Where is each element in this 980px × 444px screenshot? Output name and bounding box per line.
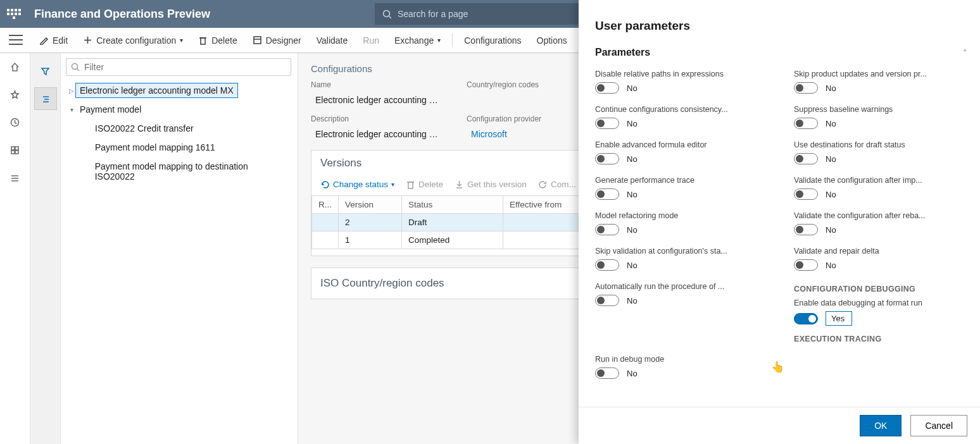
plus-icon	[83, 35, 92, 45]
toggle[interactable]	[595, 259, 619, 271]
filter-tool-icon[interactable]	[34, 59, 57, 82]
designer-button[interactable]: Designer	[245, 33, 309, 48]
favorites-icon[interactable]	[10, 90, 20, 102]
cell-r	[312, 214, 339, 231]
edit-label: Edit	[53, 35, 68, 46]
param-label: Validate the configuration after imp...	[794, 176, 967, 185]
home-icon[interactable]	[10, 62, 20, 75]
parameters-grid: Disable relative paths in expressions No…	[595, 70, 967, 379]
col-status[interactable]: Status	[402, 196, 503, 214]
collapse-icon[interactable]: ˄	[963, 48, 967, 58]
tree-item-payment-model[interactable]: ▾ Payment model	[66, 100, 291, 119]
vertical-toolbar	[30, 53, 61, 444]
toggle[interactable]	[794, 82, 818, 94]
delete-label: Delete	[211, 35, 237, 46]
toggle[interactable]	[595, 118, 619, 129]
workspaces-icon[interactable]	[10, 145, 20, 158]
toggle-value: No	[826, 190, 836, 199]
cell-status: Draft	[402, 214, 503, 231]
left-rail	[0, 53, 30, 444]
options-link[interactable]: Options	[529, 33, 575, 48]
svg-rect-11	[11, 151, 15, 154]
subheading-config-debugging: CONFIGURATION DEBUGGING Enable data debu…	[794, 282, 967, 343]
toggle-value: No	[627, 369, 638, 378]
ok-button[interactable]: OK	[860, 415, 901, 436]
complete-button[interactable]: Com...	[538, 180, 576, 189]
toggle[interactable]	[595, 367, 619, 379]
svg-line-1	[389, 16, 391, 18]
run-label: Run	[363, 35, 379, 46]
param-run-in-debug: Run in debug mode No	[595, 355, 769, 379]
filter-input[interactable]	[66, 58, 291, 76]
tree-item-mapping-1611[interactable]: Payment model mapping 1611	[81, 138, 291, 157]
configurations-link[interactable]: Configurations	[456, 33, 529, 48]
toggle-value: No	[627, 225, 638, 235]
param-continue-consistency: Continue configurations consistency... N…	[595, 105, 769, 129]
trash-icon	[198, 35, 208, 45]
tree-tool-icon[interactable]	[34, 87, 57, 110]
param-model-refactoring: Model refactoring mode No	[595, 211, 769, 235]
cell-r	[312, 231, 339, 249]
tree-item-iso20022-credit[interactable]: ISO20022 Credit transfer	[81, 119, 291, 138]
configurations-label: Configurations	[464, 35, 521, 46]
create-configuration-button[interactable]: Create configuration ▾	[75, 33, 191, 48]
search-icon	[382, 9, 391, 19]
toggle-value: No	[627, 83, 638, 93]
toggle-enable-debugging[interactable]	[794, 313, 818, 324]
version-delete-button[interactable]: Delete	[406, 180, 443, 189]
global-search[interactable]	[375, 3, 590, 25]
col-r[interactable]: R...	[312, 196, 339, 214]
exchange-button[interactable]: Exchange ▾	[387, 33, 448, 48]
param-label: Automatically run the procedure of ...	[595, 282, 769, 291]
expand-icon[interactable]: ▷	[67, 87, 76, 94]
param-label: Skip validation at configuration's sta..…	[595, 247, 769, 256]
name-label: Name	[311, 80, 444, 89]
tree-item-label: Payment model mapping 1611	[91, 140, 219, 154]
description-value[interactable]: Electronic ledger accounting m...	[311, 126, 444, 142]
global-search-input[interactable]	[398, 9, 582, 19]
toggle[interactable]	[595, 153, 619, 164]
edit-button[interactable]: Edit	[32, 33, 75, 48]
svg-rect-21	[408, 182, 413, 188]
col-version[interactable]: Version	[339, 196, 402, 214]
name-value[interactable]: Electronic ledger accounting m...	[311, 92, 444, 108]
cancel-button[interactable]: Cancel	[910, 415, 967, 436]
delete-button[interactable]: Delete	[191, 33, 244, 48]
cell-version: 2	[339, 214, 402, 231]
app-launcher-icon[interactable]	[6, 6, 22, 22]
toggle[interactable]	[595, 82, 619, 94]
param-label: Enable advanced formula editor	[595, 140, 769, 149]
nav-hamburger-icon[interactable]	[7, 33, 25, 47]
toggle[interactable]	[794, 259, 818, 271]
validate-button[interactable]: Validate	[309, 33, 356, 48]
toggle[interactable]	[794, 118, 818, 129]
tree-item-mapping-destination[interactable]: Payment model mapping to destination ISO…	[81, 157, 291, 186]
change-status-button[interactable]: Change status ▾	[320, 180, 394, 189]
cell-version: 1	[339, 231, 402, 249]
toggle-value: No	[826, 119, 836, 128]
toggle[interactable]	[794, 224, 818, 235]
modules-icon[interactable]	[10, 173, 20, 186]
svg-rect-10	[15, 147, 18, 150]
tree-item-ledger-model[interactable]: ▷ Electronic ledger accounting model MX	[66, 81, 291, 100]
dialog-footer: OK Cancel	[579, 407, 980, 444]
param-validate-after-import: Validate the configuration after imp... …	[794, 176, 967, 200]
toggle[interactable]	[595, 224, 619, 235]
recent-icon[interactable]	[10, 118, 20, 130]
complete-label: Com...	[551, 180, 576, 189]
toggle-value: No	[826, 154, 836, 164]
config-tree: ▷ Electronic ledger accounting model MX …	[66, 81, 291, 186]
run-button[interactable]: Run	[355, 33, 387, 48]
dialog-title: User parameters	[595, 19, 967, 33]
chevron-down-icon: ▾	[180, 37, 183, 44]
toggle[interactable]	[794, 153, 818, 164]
subhead-label: CONFIGURATION DEBUGGING	[794, 285, 967, 293]
filter-search-icon	[71, 63, 80, 74]
get-version-button[interactable]: Get this version	[455, 180, 527, 189]
toggle[interactable]	[595, 188, 619, 200]
param-label: Enable data debugging at format run	[794, 299, 967, 307]
toggle[interactable]	[595, 295, 619, 306]
param-auto-run-procedure: Automatically run the procedure of ... N…	[595, 282, 769, 343]
collapse-icon[interactable]: ▾	[67, 106, 76, 113]
toggle[interactable]	[794, 188, 818, 200]
